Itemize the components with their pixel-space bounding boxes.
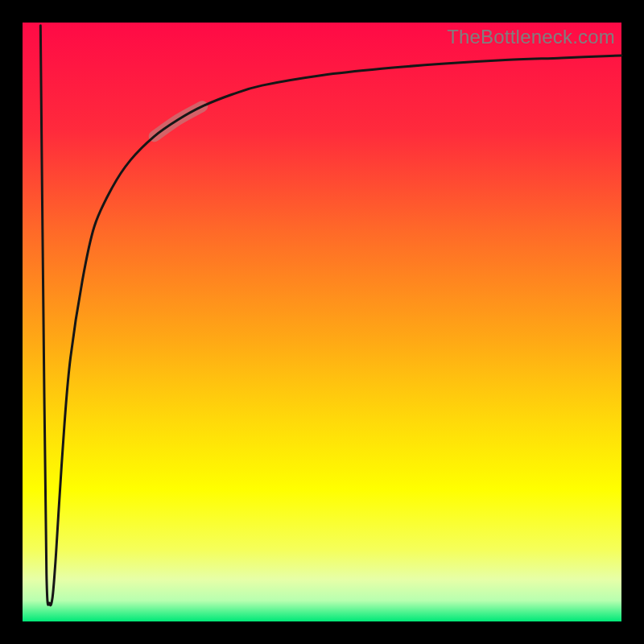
plot-area: TheBottleneck.com: [23, 23, 621, 621]
chart-frame: TheBottleneck.com: [0, 0, 644, 644]
curve-main: [40, 26, 621, 605]
bottleneck-curve: [23, 23, 621, 621]
